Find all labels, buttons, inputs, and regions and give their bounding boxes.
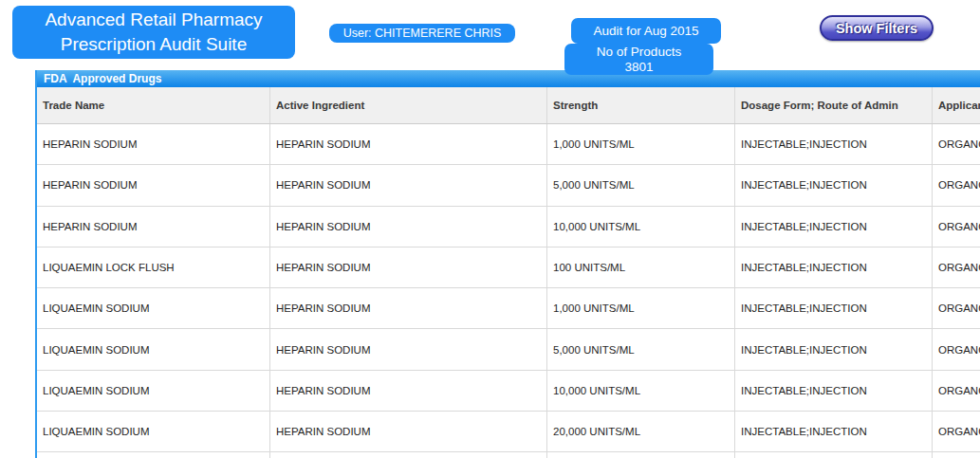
table-cell: 5,000 UNITS/ML (547, 329, 735, 369)
table-row: HEPARIN SODIUMHEPARIN SODIUM1,000 UNITS/… (37, 124, 980, 165)
table-cell (735, 452, 933, 458)
table-title-bar: FDA Approved Drugs (37, 70, 980, 87)
table-cell: 10,000 UNITS/ML (547, 207, 735, 247)
table-cell: 1,000 UNITS/ML (547, 288, 735, 328)
app-title: Advanced Retail Pharmacy Prescription Au… (12, 6, 295, 59)
table-row: LIQUAEMIN SODIUMHEPARIN SODIUM10,000 UNI… (37, 371, 980, 412)
table-cell: HEPARIN SODIUM (270, 329, 547, 369)
table-cell: ORGANON (933, 124, 980, 164)
table-cell: ORGANON (933, 329, 980, 369)
table-cell: INJECTABLE;INJECTION (735, 247, 933, 287)
product-count-label: No of Products (597, 45, 681, 60)
audit-period-badge: Audit for Aug 2015 (571, 18, 721, 44)
table-cell: LIQUAEMIN SODIUM (37, 412, 270, 451)
table-cell: HEPARIN SODIUM (270, 207, 547, 247)
table-cell: HEPARIN SODIUM (270, 124, 547, 164)
table-cell (933, 452, 980, 458)
table-cell: ORGANON (933, 371, 980, 411)
app-title-line1: Advanced Retail Pharmacy (45, 8, 262, 32)
table-cell: HEPARIN SODIUM (37, 207, 270, 247)
table-cell: 100 UNITS/ML (547, 247, 735, 287)
app-title-line2: Prescription Audit Suite (61, 32, 247, 57)
column-header: Trade Name (37, 87, 270, 123)
table-cell: INJECTABLE;INJECTION (735, 412, 933, 451)
table-cell: INJECTABLE;INJECTION (735, 124, 933, 164)
table-row: HEPARIN SODIUMHEPARIN SODIUM10,000 UNITS… (37, 207, 980, 247)
table-row: LIQUAEMIN SODIUMHEPARIN SODIUM5,000 UNIT… (37, 329, 980, 370)
table-cell: INJECTABLE;INJECTION (735, 207, 933, 247)
table-header-row: Trade NameActive IngredientStrengthDosag… (37, 87, 980, 124)
table-cell: INJECTABLE;INJECTION (735, 288, 933, 328)
user-badge: User: CHITEMERERE CHRIS (329, 24, 515, 43)
column-header: Dosage Form; Route of Admin (735, 87, 933, 123)
table-cell (270, 452, 547, 458)
table-cell: LIQUAEMIN SODIUM (37, 288, 270, 328)
table-cell: INJECTABLE;INJECTION (735, 329, 933, 369)
table-cell: ORGANON (933, 247, 980, 287)
column-header: Strength (547, 87, 735, 123)
table-cell: 1,000 UNITS/ML (547, 124, 735, 164)
show-filters-button[interactable]: Show Filters (820, 15, 934, 41)
table-row: LIQUAEMIN SODIUMHEPARIN SODIUM20,000 UNI… (37, 412, 980, 452)
product-count-badge: No of Products 3801 (564, 44, 713, 75)
table-row: LIQUAEMIN LOCK FLUSHHEPARIN SODIUM100 UN… (37, 247, 980, 288)
table-cell (37, 452, 270, 458)
table-cell: ORGANON (933, 165, 980, 205)
table-cell: HEPARIN SODIUM (270, 412, 547, 451)
table-cell: HEPARIN SODIUM (270, 371, 547, 411)
table-cell: HEPARIN SODIUM (37, 165, 270, 205)
table-cell: INJECTABLE;INJECTION (735, 165, 933, 205)
table-row-partial (37, 452, 980, 458)
table-row: HEPARIN SODIUMHEPARIN SODIUM5,000 UNITS/… (37, 165, 980, 206)
table-cell: HEPARIN SODIUM (270, 288, 547, 328)
table-cell: ORGANON (933, 288, 980, 328)
table-cell: 10,000 UNITS/ML (547, 371, 735, 411)
table-cell: HEPARIN SODIUM (270, 165, 547, 205)
column-header: Applicant (933, 87, 980, 123)
fda-approved-drugs-table: FDA Approved Drugs Trade NameActive Ingr… (35, 70, 980, 458)
product-count-value: 3801 (624, 60, 653, 75)
table-cell: LIQUAEMIN SODIUM (37, 329, 270, 369)
table-cell: ORGANON (933, 207, 980, 247)
table-cell: LIQUAEMIN LOCK FLUSH (37, 247, 270, 287)
table-cell: LIQUAEMIN SODIUM (37, 371, 270, 411)
table-body: HEPARIN SODIUMHEPARIN SODIUM1,000 UNITS/… (37, 124, 980, 452)
table-cell: ORGANON (933, 412, 980, 451)
table-cell: 5,000 UNITS/ML (547, 165, 735, 205)
table-cell: HEPARIN SODIUM (37, 124, 270, 164)
column-header: Active Ingredient (270, 87, 547, 123)
table-cell: INJECTABLE;INJECTION (735, 371, 933, 411)
table-cell: HEPARIN SODIUM (270, 247, 547, 287)
table-cell: 20,000 UNITS/ML (547, 412, 735, 451)
table-row: LIQUAEMIN SODIUMHEPARIN SODIUM1,000 UNIT… (37, 288, 980, 329)
table-cell (547, 452, 735, 458)
